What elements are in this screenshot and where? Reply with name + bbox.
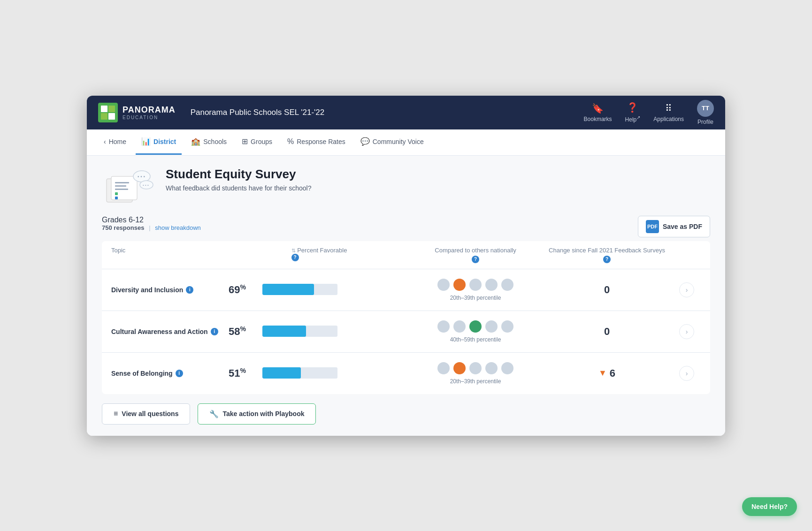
topic-cell-diversity: Diversity and Inclusion i <box>111 286 229 294</box>
data-table: Topic ⇅ Percent Favorable ? Compared to … <box>102 241 710 394</box>
svg-rect-8 <box>115 189 128 190</box>
dots-row <box>437 320 513 333</box>
bar-container <box>262 326 337 337</box>
survey-header: • • • • • • Student Equity Survey What f… <box>102 167 710 205</box>
profile-nav[interactable]: TT Profile <box>697 100 714 125</box>
col-header-action <box>673 247 701 263</box>
tab-response-rates[interactable]: % Response Rates <box>282 130 351 155</box>
percent-cell-belonging: 51% <box>229 367 410 379</box>
info-icon[interactable]: i <box>176 370 183 377</box>
top-nav-actions: 🔖 Bookmarks ❓ Help↗ ⠿ Applications TT Pr… <box>584 100 714 125</box>
speech-icon: 💬 <box>360 137 370 146</box>
svg-rect-9 <box>115 192 118 195</box>
meta-left: Grades 6-12 750 responses | show breakdo… <box>102 216 201 231</box>
row-chevron-diversity[interactable]: › <box>679 282 694 297</box>
percent-cell-cultural: 58% <box>229 325 410 338</box>
topic-cell-belonging: Sense of Belonging i <box>111 370 229 377</box>
dot-2-active <box>453 279 466 291</box>
svg-rect-10 <box>115 197 118 199</box>
dot-3 <box>469 279 482 291</box>
percentile-cell-cultural: 40th–59th percentile <box>410 320 541 343</box>
tab-groups[interactable]: ⊞ Groups <box>236 129 278 155</box>
tab-district[interactable]: 📊 District <box>136 129 182 155</box>
dot-4 <box>485 279 498 291</box>
grid-icon: ⠿ <box>665 103 672 114</box>
tab-community-voice[interactable]: 💬 Community Voice <box>355 129 429 155</box>
list-icon: ≡ <box>114 410 118 418</box>
survey-illustration: • • • • • • <box>102 167 158 205</box>
topic-cell-cultural: Cultural Awareness and Action i <box>111 328 229 335</box>
bar-fill <box>262 367 301 379</box>
playbook-icon: 🔧 <box>209 410 219 418</box>
percentile-cell-diversity: 20th–39th percentile <box>410 279 541 301</box>
grades-label: Grades 6-12 <box>102 216 201 224</box>
header-meta: Grades 6-12 750 responses | show breakdo… <box>102 216 710 237</box>
dots-row <box>437 362 513 374</box>
col-header-percent: ⇅ Percent Favorable ? <box>229 247 410 263</box>
bar-container <box>262 284 337 295</box>
col-header-topic: Topic <box>111 247 229 263</box>
down-arrow-icon: ▼ <box>598 368 607 378</box>
percent-icon: % <box>287 137 294 146</box>
dot-4 <box>485 362 498 374</box>
logo-area[interactable]: PANORAMA EDUCATION <box>98 103 176 122</box>
dot-1 <box>437 279 450 291</box>
view-all-questions-button[interactable]: ≡ View all questions <box>102 403 190 425</box>
row-chevron-cultural[interactable]: › <box>679 324 694 339</box>
table-header-row: Topic ⇅ Percent Favorable ? Compared to … <box>102 241 710 269</box>
row-chevron-belonging[interactable]: › <box>679 366 694 381</box>
district-icon: 📊 <box>141 137 151 146</box>
bar-fill <box>262 326 306 337</box>
table-row: Cultural Awareness and Action i 58% <box>102 311 710 353</box>
dot-1 <box>437 320 450 333</box>
col-header-national: Compared to others nationally ? <box>410 247 541 263</box>
change-cell-belonging: ▼ 6 <box>541 367 673 379</box>
info-icon[interactable]: i <box>211 328 218 335</box>
tab-home[interactable]: ‹ Home <box>98 130 132 154</box>
bookmark-icon: 🔖 <box>592 103 604 114</box>
dot-5 <box>501 362 513 374</box>
percentile-cell-belonging: 20th–39th percentile <box>410 362 541 385</box>
change-cell-cultural: 0 <box>541 326 673 338</box>
percent-cell-diversity: 69% <box>229 283 410 296</box>
dot-3-active <box>469 320 482 333</box>
avatar: TT <box>697 100 714 117</box>
save-pdf-button[interactable]: PDF Save as PDF <box>638 216 710 237</box>
help-nav[interactable]: ❓ Help↗ <box>625 102 641 123</box>
svg-rect-7 <box>115 185 126 187</box>
responses-row: 750 responses | show breakdown <box>102 224 201 231</box>
bookmarks-nav[interactable]: 🔖 Bookmarks <box>584 103 612 122</box>
survey-subtitle: What feedback did students have for thei… <box>166 184 312 192</box>
survey-info: Student Equity Survey What feedback did … <box>166 167 312 192</box>
applications-nav[interactable]: ⠿ Applications <box>653 103 684 122</box>
dot-4 <box>485 320 498 333</box>
svg-text:• • •: • • • <box>138 174 146 179</box>
svg-rect-5 <box>111 176 137 200</box>
svg-text:• • •: • • • <box>143 183 149 187</box>
svg-rect-1 <box>108 106 115 112</box>
survey-title: Student Equity Survey <box>166 167 312 182</box>
logo-text: PANORAMA EDUCATION <box>123 105 176 120</box>
svg-rect-3 <box>108 113 115 120</box>
tab-schools[interactable]: 🏫 Schools <box>185 129 232 155</box>
dot-3 <box>469 362 482 374</box>
logo-icon <box>98 103 118 122</box>
main-content: • • • • • • Student Equity Survey What f… <box>87 156 725 436</box>
show-breakdown-link[interactable]: show breakdown <box>155 224 201 231</box>
table-row: Diversity and Inclusion i 69% <box>102 269 710 311</box>
bottom-actions: ≡ View all questions 🔧 Take action with … <box>102 403 710 425</box>
page-title: Panorama Public Schools SEL '21-'22 <box>191 108 584 117</box>
dot-5 <box>501 279 513 291</box>
bar-container <box>262 367 337 379</box>
dot-5 <box>501 320 513 333</box>
dot-2-active <box>453 362 466 374</box>
svg-rect-6 <box>115 182 129 183</box>
pdf-icon: PDF <box>646 220 659 233</box>
dot-2 <box>453 320 466 333</box>
bar-fill <box>262 284 314 295</box>
table-row: Sense of Belonging i 51% <box>102 353 710 394</box>
top-bar: PANORAMA EDUCATION Panorama Public Schoo… <box>87 96 725 129</box>
take-action-playbook-button[interactable]: 🔧 Take action with Playbook <box>198 403 316 425</box>
info-icon[interactable]: i <box>186 286 193 294</box>
need-help-button[interactable]: Need Help? <box>742 497 797 516</box>
